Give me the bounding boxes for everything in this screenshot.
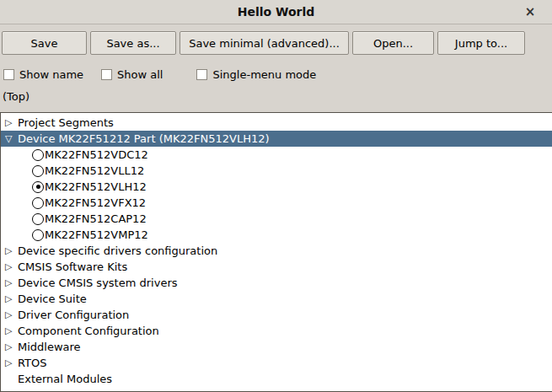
tree-item-component-configuration[interactable]: ▷ Component Configuration [1,323,552,339]
save-as-button[interactable]: Save as... [90,31,176,55]
single-menu-mode-label: Single-menu mode [212,68,316,81]
radio-item-label: MK22FN512VLL12 [45,164,144,177]
expander-collapsed-icon[interactable]: ▷ [5,355,16,371]
radio-item-mk22fn512vdc12[interactable]: MK22FN512VDC12 [1,147,552,163]
expander-collapsed-icon[interactable]: ▷ [5,243,16,259]
expander-collapsed-icon[interactable]: ▷ [5,275,16,291]
config-tree: ▷ Project Segments ▽ Device MK22F51212 P… [0,112,552,392]
expander-collapsed-icon[interactable]: ▷ [5,259,16,275]
open-button[interactable]: Open... [352,31,434,55]
radio-item-label: MK22FN512VFX12 [45,196,146,209]
show-name-checkbox[interactable] [3,69,14,80]
tree-item-device-specific-drivers[interactable]: ▷ Device specific drivers configuration [1,243,552,259]
tree-item-label: Component Configuration [18,325,159,337]
tree-item-driver-configuration[interactable]: ▷ Driver Configuration [1,307,552,323]
show-all-label: Show all [117,68,163,81]
title-bar: Hello World × [0,0,552,24]
close-icon[interactable]: × [522,3,539,20]
radio-item-label: MK22FN512VLH12 [45,180,147,193]
tree-item-rtos[interactable]: ▷ RTOS [1,355,552,371]
tree-item-cmsis-software-kits[interactable]: ▷ CMSIS Software Kits [1,259,552,275]
radio-button-unchecked[interactable] [32,213,44,225]
tree-item-project-segments[interactable]: ▷ Project Segments [1,115,552,131]
tree-item-label: CMSIS Software Kits [18,260,127,273]
options-row: Show name Show all Single-menu mode [3,67,552,81]
tree-item-external-modules[interactable]: External Modules [1,371,552,387]
tree-item-label: Driver Configuration [18,309,129,321]
radio-item-mk22fn512cap12[interactable]: MK22FN512CAP12 [1,211,552,227]
tree-item-label: Middleware [18,341,81,353]
show-all-option[interactable]: Show all [101,68,163,81]
show-name-label: Show name [19,68,83,81]
expander-collapsed-icon[interactable]: ▷ [5,291,16,307]
radio-item-mk22fn512vll12[interactable]: MK22FN512VLL12 [1,163,552,179]
radio-button-unchecked[interactable] [32,149,44,161]
radio-button-unchecked[interactable] [32,229,44,241]
radio-item-mk22fn512vmp12[interactable]: MK22FN512VMP12 [1,227,552,243]
tree-item-label: Project Segments [18,116,114,129]
expander-collapsed-icon[interactable]: ▷ [5,339,16,355]
radio-button-unchecked[interactable] [32,165,44,177]
radio-button-checked[interactable] [32,181,44,193]
tree-item-label: External Modules [18,373,112,385]
save-minimal-button[interactable]: Save minimal (advanced)... [180,31,349,55]
radio-item-mk22fn512vlh12[interactable]: MK22FN512VLH12 [1,179,552,195]
tree-item-middleware[interactable]: ▷ Middleware [1,339,552,355]
toolbar: Save Save as... Save minimal (advanced).… [2,31,552,55]
single-menu-mode-checkbox[interactable] [196,69,207,80]
expander-collapsed-icon[interactable]: ▷ [5,307,16,323]
show-name-option[interactable]: Show name [3,68,83,81]
tree-item-label: Device specific drivers configuration [18,244,217,257]
radio-item-label: MK22FN512CAP12 [45,212,147,225]
jump-to-button[interactable]: Jump to... [437,31,525,55]
tree-item-label: Device MK22F51212 Part (MK22FN512VLH12) [18,132,270,145]
top-label: (Top) [3,90,552,105]
expander-collapsed-icon[interactable]: ▷ [5,115,16,131]
expander-collapsed-icon[interactable]: ▷ [5,323,16,339]
tree-item-label: Device Suite [18,293,87,305]
radio-item-label: MK22FN512VMP12 [45,228,148,241]
tree-item-label: Device CMSIS system drivers [18,277,178,289]
expander-expanded-icon[interactable]: ▽ [5,131,16,147]
radio-item-mk22fn512vfx12[interactable]: MK22FN512VFX12 [1,195,552,211]
tree-item-device-part[interactable]: ▽ Device MK22F51212 Part (MK22FN512VLH12… [1,131,552,147]
app-window: Hello World × Save Save as... Save minim… [0,0,552,392]
radio-item-label: MK22FN512VDC12 [45,148,148,161]
window-title: Hello World [238,5,315,19]
tree-item-device-cmsis-system-drivers[interactable]: ▷ Device CMSIS system drivers [1,275,552,291]
tree-item-label: RTOS [18,357,47,369]
save-button[interactable]: Save [2,31,87,55]
radio-button-unchecked[interactable] [32,197,44,209]
show-all-checkbox[interactable] [101,69,112,80]
tree-item-device-suite[interactable]: ▷ Device Suite [1,291,552,307]
single-menu-mode-option[interactable]: Single-menu mode [196,68,316,81]
